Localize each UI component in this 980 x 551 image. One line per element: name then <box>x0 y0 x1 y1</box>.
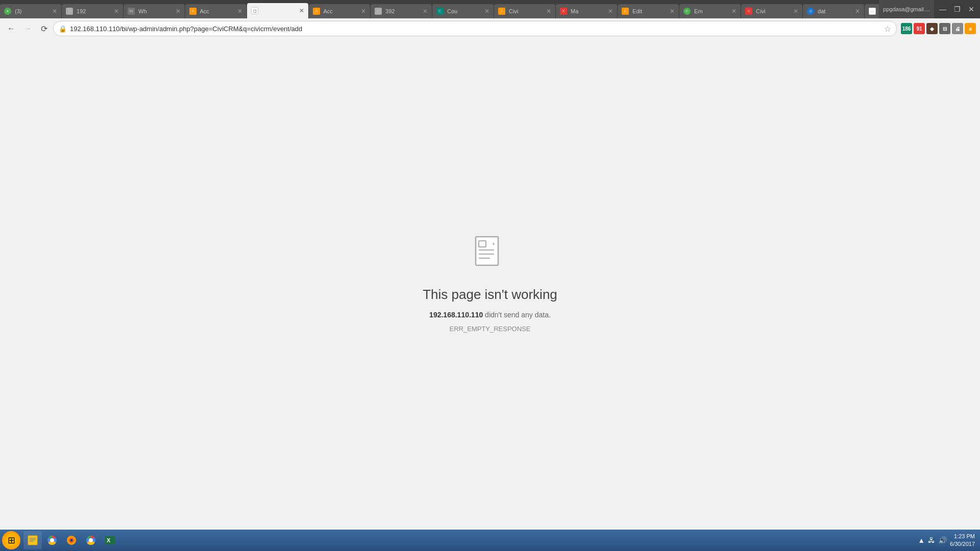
forward-button[interactable]: → <box>20 21 35 36</box>
tab-5[interactable]: A Acc✕ <box>309 4 370 18</box>
tab-close-13[interactable]: ✕ <box>853 8 860 15</box>
tab-11[interactable]: E Em✕ <box>679 4 741 18</box>
tab-14[interactable]: G new✕ <box>865 4 879 18</box>
tab-favicon-1: ◻ <box>66 8 73 15</box>
tab-12[interactable]: X Civi✕ <box>741 4 802 18</box>
ext-icon-3[interactable]: ⊟ <box>939 23 950 34</box>
tab-favicon-5: A <box>313 8 320 15</box>
ext-icon-4[interactable]: 🖨 <box>952 23 963 34</box>
error-title: This page isn't working <box>423 287 557 303</box>
error-page-icon <box>475 236 505 271</box>
url-input[interactable] <box>70 25 881 33</box>
tab-8[interactable]: C Civi✕ <box>494 4 555 18</box>
tab-4[interactable]: ◻ ✕ <box>247 3 308 18</box>
close-button[interactable]: ✕ <box>965 3 978 16</box>
error-page: This page isn't working 192.168.110.110 … <box>0 39 980 530</box>
tab-favicon-4: ◻ <box>251 7 258 14</box>
back-button[interactable]: ← <box>4 21 18 36</box>
tab-0[interactable]: ● (3)✕ <box>0 4 61 18</box>
ext-icon-2[interactable]: ◆ <box>926 23 938 34</box>
tab-close-4[interactable]: ✕ <box>297 7 304 14</box>
tab-close-11[interactable]: ✕ <box>729 8 737 15</box>
title-bar: ● (3)✕◻ 192✕W Wh✕A Acc✕◻ ✕A Acc✕◻ 392✕C … <box>0 0 980 18</box>
tab-favicon-8: C <box>498 8 505 15</box>
tab-favicon-13: d <box>807 8 814 15</box>
error-subtitle-text: didn't send any data. <box>483 311 551 319</box>
window-controls: — ❐ ✕ <box>934 3 980 16</box>
restore-button[interactable]: ❐ <box>950 3 964 16</box>
address-bar[interactable]: 🔒 ☆ <box>53 21 897 36</box>
tab-1[interactable]: ◻ 192✕ <box>62 4 123 18</box>
tab-favicon-3: A <box>189 8 197 15</box>
ext-icon-5[interactable]: a <box>965 23 976 34</box>
tab-close-7[interactable]: ✕ <box>482 8 489 15</box>
tab-3[interactable]: A Acc✕ <box>185 4 247 18</box>
ext-icon-0[interactable]: 186 <box>901 23 912 34</box>
error-subtitle: 192.168.110.110 didn't send any data. <box>429 311 551 319</box>
extension-icons: 18691◆⊟🖨a <box>901 23 976 34</box>
tab-13[interactable]: d dat✕ <box>803 4 864 18</box>
error-code: ERR_EMPTY_RESPONSE <box>450 325 531 333</box>
ext-icon-1[interactable]: 91 <box>914 23 925 34</box>
bookmark-icon[interactable]: ☆ <box>884 24 891 34</box>
tab-favicon-11: E <box>683 8 691 15</box>
tab-favicon-6: ◻ <box>375 8 382 15</box>
security-icon: 🔒 <box>59 25 67 33</box>
tab-favicon-7: C <box>436 8 444 15</box>
tab-close-1[interactable]: ✕ <box>112 8 119 15</box>
tab-favicon-12: X <box>745 8 752 15</box>
tab-close-2[interactable]: ✕ <box>174 8 181 15</box>
tab-close-0[interactable]: ✕ <box>50 8 57 15</box>
tab-close-3[interactable]: ✕ <box>235 8 242 15</box>
tab-favicon-0: ● <box>4 8 11 15</box>
tab-2[interactable]: W Wh✕ <box>124 4 185 18</box>
nav-bar: ← → ⟳ 🔒 ☆ 18691◆⊟🖨a <box>0 18 980 39</box>
tab-7[interactable]: C Cou✕ <box>432 4 494 18</box>
tab-9[interactable]: X Ma✕ <box>556 4 617 18</box>
tab-favicon-10: E <box>622 8 629 15</box>
tab-close-12[interactable]: ✕ <box>791 8 798 15</box>
tab-favicon-9: X <box>560 8 567 15</box>
tab-favicon-2: W <box>128 8 135 15</box>
tab-10[interactable]: E Edit✕ <box>618 4 679 18</box>
reload-button[interactable]: ⟳ <box>37 21 51 36</box>
tab-close-5[interactable]: ✕ <box>359 8 366 15</box>
tab-close-9[interactable]: ✕ <box>606 8 613 15</box>
tab-6[interactable]: ◻ 392✕ <box>371 4 432 18</box>
tab-strip: ● (3)✕◻ 192✕W Wh✕A Acc✕◻ ✕A Acc✕◻ 392✕C … <box>0 0 879 18</box>
tab-favicon-14: G <box>869 8 876 15</box>
user-email-label: ppgdasa@gmail.... <box>883 6 930 12</box>
tab-close-10[interactable]: ✕ <box>668 8 675 15</box>
minimize-button[interactable]: — <box>936 3 949 16</box>
tab-close-6[interactable]: ✕ <box>421 8 428 15</box>
tab-close-8[interactable]: ✕ <box>544 8 551 15</box>
error-host: 192.168.110.110 <box>429 311 483 319</box>
user-info: ppgdasa@gmail.... <box>879 0 934 18</box>
